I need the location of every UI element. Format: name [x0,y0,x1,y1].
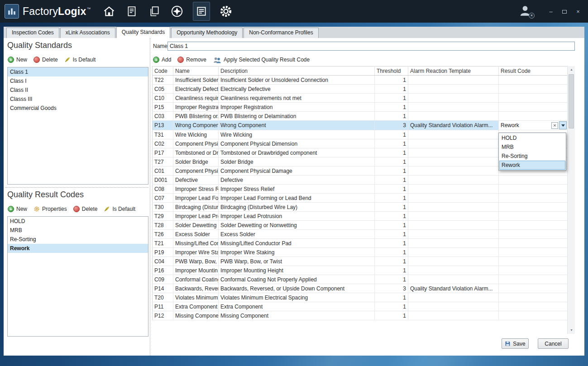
is-default-result-code-button[interactable]: Is Default [104,206,135,212]
inspection-codes-icon[interactable] [125,5,139,18]
cell-result-code [499,103,568,112]
result-code-item-mrb[interactable]: MRB [8,226,148,235]
grid-row-P19[interactable]: P19Improper Wire Sta...Improper Wire Sta… [153,248,568,257]
grid-row-T26[interactable]: T26Excess SolderExcess Solder1 [153,230,568,239]
col-header-name[interactable]: Name [173,67,219,76]
grid-row-C05[interactable]: C05Electrically DefectiveElectrically De… [153,85,568,94]
scroll-down-arrow-icon[interactable]: ▼ [568,327,575,334]
tab-xlink-associations[interactable]: xLink Associations [60,28,115,38]
left-panel: Quality Standards +New Delete Is Default… [4,38,150,356]
dropdown-option-rework[interactable]: Rework [499,161,565,170]
cell-code: C10 [153,94,173,103]
standard-item-class-ii[interactable]: Class II [8,86,148,95]
is-default-standard-button[interactable]: Is Default [64,57,96,63]
grid-row-C03[interactable]: C03PWB Blistering or...PWB Blistering or… [153,112,568,121]
grid-scrollbar[interactable]: ▲ ▼ [567,66,575,334]
standard-item-commercial-goods[interactable]: Commercial Goods [8,104,148,113]
cell-threshold: 1 [375,212,408,221]
tab-non-conformance-profiles[interactable]: Non-Conformance Profiles [244,28,318,38]
user-icon[interactable]: × [518,4,533,19]
result-code-item-rework[interactable]: Rework [8,244,148,253]
cell-result-code [499,230,568,239]
cell-alarm [408,248,499,257]
result-code-item-re-sorting[interactable]: Re-Sorting [8,235,148,244]
standard-item-class-i[interactable]: Class I [8,76,148,86]
tab-opportunity-methodology[interactable]: Opportunity Methodology [171,28,243,38]
grid-row-P14[interactable]: P14Backwards, Reverse...Backwards, Rever… [153,284,568,293]
grid-row-D001[interactable]: D001DefectiveDefective1 [153,176,568,185]
new-result-code-button[interactable]: +New [8,206,27,212]
cell-result-code [499,176,568,185]
result-code-combo[interactable]: Rework × [499,121,567,130]
cell-result-code [499,275,568,284]
maximize-button[interactable] [561,8,568,15]
cell-code: C08 [153,185,173,194]
content-area: Quality Standards +New Delete Is Default… [4,38,584,356]
standard-item-classs-iii[interactable]: Classs III [8,95,148,104]
home-icon[interactable] [102,5,116,18]
cell-threshold: 1 [375,148,408,157]
scrollbar-thumb[interactable] [569,74,574,128]
grid-row-P11[interactable]: P11Extra ComponentExtra Component1 [153,302,568,311]
cell-code: P13 [153,121,173,130]
grid-row-T20[interactable]: T20Violates Minimum...Violates Minimum E… [153,293,568,302]
grid-row-P13[interactable]: P13Wrong ComponentWrong Component3Qualit… [153,121,568,130]
cell-description: Tombstoned or Drawbridged component [219,148,375,157]
dropdown-option-mrb[interactable]: MRB [499,143,565,152]
clear-icon[interactable]: × [551,122,558,129]
remove-row-button[interactable]: Remove [177,57,206,63]
apply-result-code-button[interactable]: Apply Selected Quality Result Code [213,57,310,63]
documents-icon[interactable] [148,5,161,18]
delete-standard-button[interactable]: Delete [33,57,58,63]
new-standard-button[interactable]: +New [8,57,27,63]
delete-result-code-button[interactable]: Delete [73,206,98,212]
cancel-button[interactable]: Cancel [538,338,569,349]
col-header-description[interactable]: Description [219,67,375,76]
grid-row-C07[interactable]: C07Improper Lead For...Improper Lead For… [153,194,568,203]
grid-row-T28[interactable]: T28Solder Dewetting o...Solder Dewetting… [153,221,568,230]
grid-row-T30[interactable]: T30Birdcaging (Disturb...Birdcaging (Dis… [153,203,568,212]
grid-row-T22[interactable]: T22Insufficient Solder...Insufficient So… [153,76,568,85]
dropdown-option-re-sorting[interactable]: Re-Sorting [499,152,565,161]
save-button[interactable]: Save [502,338,529,349]
cell-description: PWB Blistering or Delamination [219,112,375,121]
properties-result-code-button[interactable]: Properties [33,206,67,212]
quality-result-codes-list: HOLD MRB Re-Sorting Rework [7,216,148,337]
close-button[interactable]: × [574,8,582,15]
grid-row-P16[interactable]: P16Improper Mountin...Improper Mounting … [153,266,568,275]
navigator-icon[interactable] [170,5,184,18]
quality-standards-icon-active[interactable] [193,2,210,21]
grid-row-T29[interactable]: T29Improper Lead Pro...Improper Lead Pro… [153,212,568,221]
quality-result-codes-toolbar: +New Properties Delete Is Default [8,205,135,213]
cell-result-code: Rework × [499,121,568,130]
grid-row-P12[interactable]: P12Missing ComponentMissing Component1 [153,311,568,320]
minimize-button[interactable]: – [547,8,555,15]
standard-item-class-1[interactable]: Class 1 [8,67,148,76]
col-header-result-code[interactable]: Result Code [499,67,568,76]
col-header-threshold[interactable]: Threshold [375,67,408,76]
grid-row-C09[interactable]: C09Conformal Coating...Conformal Coating… [153,275,568,284]
result-code-item-hold[interactable]: HOLD [8,217,148,226]
cell-code: T31 [153,130,173,139]
grid-row-P15[interactable]: P15Improper Registrati...Improper Regist… [153,103,568,112]
combo-value: Rework [499,122,551,128]
grid-row-T21[interactable]: T21Missing/Lifted Con...Missing/Lifted C… [153,239,568,248]
col-header-code[interactable]: Code [153,67,173,76]
cell-result-code [499,203,568,212]
scroll-up-arrow-icon[interactable]: ▲ [568,66,575,73]
cell-name: Improper Lead For... [173,194,219,203]
settings-gear-icon[interactable] [219,5,233,18]
remove-icon [177,57,184,63]
dropdown-option-hold[interactable]: HOLD [499,133,565,143]
chevron-down-icon[interactable] [559,121,567,129]
col-header-alarm-reaction-template[interactable]: Alarm Reaction Template [408,67,499,76]
tab-quality-standards[interactable]: Quality Standards [116,27,170,38]
cell-alarm [408,85,499,94]
name-input[interactable] [167,42,575,51]
tab-inspection-codes[interactable]: Inspection Codes [6,28,59,38]
grid-row-C10[interactable]: C10Cleanliness require...Cleanliness req… [153,94,568,103]
grid-row-C08[interactable]: C08Improper Stress Re...Improper Stress … [153,185,568,194]
panel-splitter[interactable] [5,187,148,188]
grid-row-C04[interactable]: C04PWB Warp, Bow, or...PWB Warp, Bow, or… [153,257,568,266]
add-row-button[interactable]: +Add [153,57,171,63]
